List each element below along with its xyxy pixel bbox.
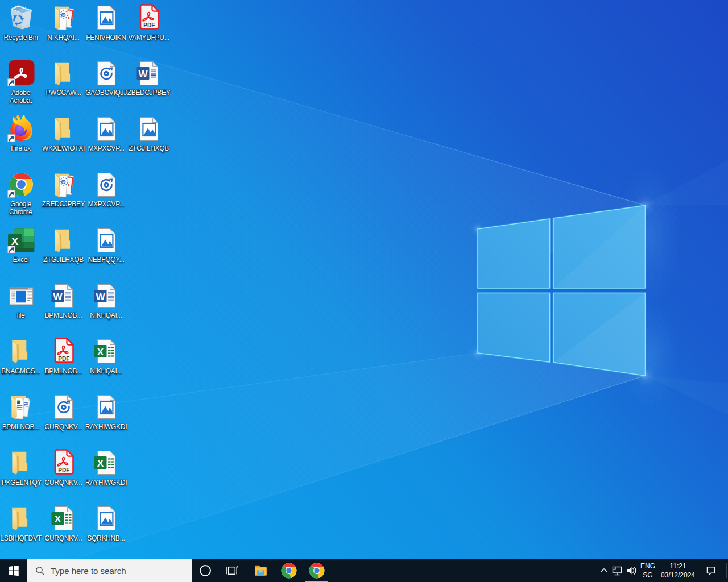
svg-text:W: W <box>138 69 148 80</box>
svg-text:W: W <box>96 292 105 302</box>
svg-text:PDF: PDF <box>58 467 69 473</box>
svg-text:PDF: PDF <box>143 22 155 28</box>
svg-text:X: X <box>54 514 61 525</box>
svg-text:PDF: PDF <box>58 356 69 362</box>
svg-text:X: X <box>97 347 104 357</box>
svg-text:X: X <box>97 458 104 469</box>
svg-text:W: W <box>53 292 63 302</box>
svg-text:X: X <box>11 235 18 247</box>
